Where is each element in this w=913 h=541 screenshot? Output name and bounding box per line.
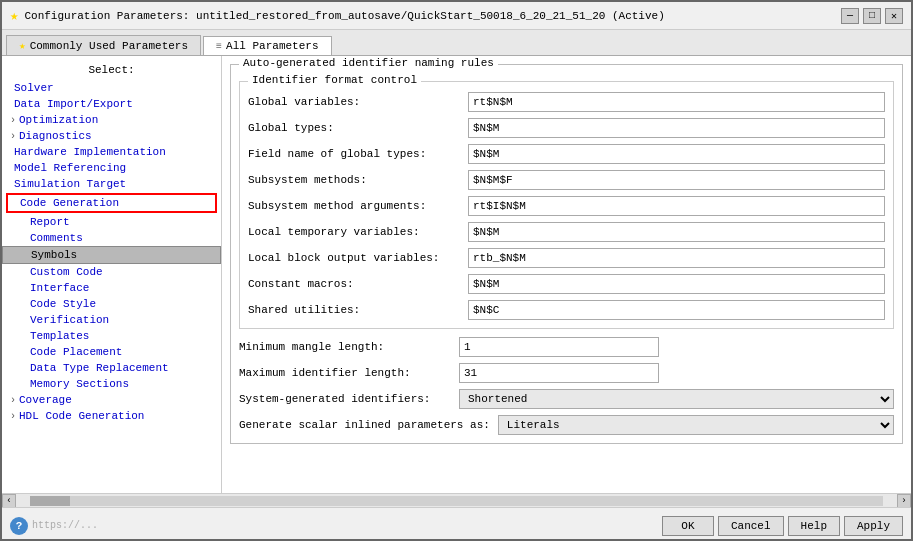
min-mangle-label: Minimum mangle length: [239, 341, 459, 353]
tab-all-parameters-label: All Parameters [226, 40, 318, 52]
subsystem-method-args-label: Subsystem method arguments: [248, 200, 468, 212]
sidebar-item-optimization[interactable]: › Optimization [2, 112, 221, 128]
max-id-len-input[interactable] [459, 363, 659, 383]
title-bar-left: ★ Configuration Parameters: untitled_res… [10, 7, 665, 24]
sidebar-item-code-gen[interactable]: Code Generation [6, 193, 217, 213]
sidebar-item-verification[interactable]: Verification [2, 312, 221, 328]
field-name-global-types-label: Field name of global types: [248, 148, 468, 160]
sidebar-item-templates-label: Templates [30, 330, 89, 342]
horizontal-scrollbar[interactable]: ‹ › [2, 493, 911, 507]
sidebar-item-data-type-replacement-label: Data Type Replacement [30, 362, 169, 374]
sidebar-item-diagnostics[interactable]: › Diagnostics [2, 128, 221, 144]
sidebar-item-verification-label: Verification [30, 314, 109, 326]
apply-button[interactable]: Apply [844, 516, 903, 536]
global-types-label: Global types: [248, 122, 468, 134]
sidebar-item-sim-target[interactable]: Simulation Target [2, 176, 221, 192]
min-mangle-input[interactable] [459, 337, 659, 357]
sidebar-item-data-type-replacement[interactable]: Data Type Replacement [2, 360, 221, 376]
sidebar-item-solver-label: Solver [14, 82, 54, 94]
scroll-left-button[interactable]: ‹ [2, 494, 16, 508]
field-row-subsystem-methods: Subsystem methods: [248, 170, 885, 190]
sidebar-item-comments-label: Comments [30, 232, 83, 244]
local-block-output-label: Local block output variables: [248, 252, 468, 264]
scroll-track [30, 496, 883, 506]
shared-utilities-input[interactable] [468, 300, 885, 320]
field-row-local-temp-vars: Local temporary variables: [248, 222, 885, 242]
sidebar-item-memory-sections[interactable]: Memory Sections [2, 376, 221, 392]
field-row-shared-utilities: Shared utilities: [248, 300, 885, 320]
sidebar-item-solver[interactable]: Solver [2, 80, 221, 96]
app-window: ★ Configuration Parameters: untitled_res… [2, 2, 911, 541]
sidebar-item-memory-sections-label: Memory Sections [30, 378, 129, 390]
sidebar-item-report[interactable]: Report [2, 214, 221, 230]
sidebar-item-data-import-label: Data Import/Export [14, 98, 133, 110]
local-temp-vars-input[interactable] [468, 222, 885, 242]
sidebar-item-optimization-label: Optimization [19, 114, 98, 126]
chevron-right-icon: › [10, 411, 16, 422]
max-id-len-label: Maximum identifier length: [239, 367, 459, 379]
sidebar-item-model-ref[interactable]: Model Referencing [2, 160, 221, 176]
sys-gen-id-select[interactable]: Shortened Unique [459, 389, 894, 409]
tab-commonly-used-label: Commonly Used Parameters [30, 40, 188, 52]
global-variables-label: Global variables: [248, 96, 468, 108]
maximize-button[interactable]: □ [863, 8, 881, 24]
sidebar-item-custom-code[interactable]: Custom Code [2, 264, 221, 280]
sidebar-item-model-ref-label: Model Referencing [14, 162, 126, 174]
bottom-bar: ? https://... OK Cancel Help Apply [2, 507, 911, 541]
sidebar: Select: Solver Data Import/Export › Opti… [2, 56, 222, 493]
tab-all-parameters[interactable]: ≡ All Parameters [203, 36, 331, 55]
sidebar-item-hardware-impl[interactable]: Hardware Implementation [2, 144, 221, 160]
close-button[interactable]: ✕ [885, 8, 903, 24]
main-section: Auto-generated identifier naming rules I… [230, 64, 903, 444]
help-icon[interactable]: ? [10, 517, 28, 535]
star-icon: ★ [19, 39, 26, 52]
ok-button[interactable]: OK [662, 516, 714, 536]
sidebar-item-report-label: Report [30, 216, 70, 228]
url-text: https://... [32, 520, 98, 531]
sidebar-item-interface[interactable]: Interface [2, 280, 221, 296]
scalar-inlined-select[interactable]: Literals Macros [498, 415, 894, 435]
main-section-title: Auto-generated identifier naming rules [239, 57, 498, 69]
global-variables-input[interactable] [468, 92, 885, 112]
scroll-thumb [30, 496, 70, 506]
subsystem-methods-input[interactable] [468, 170, 885, 190]
field-row-min-mangle: Minimum mangle length: [239, 337, 894, 357]
sidebar-item-symbols-label: Symbols [31, 249, 77, 261]
field-row-constant-macros: Constant macros: [248, 274, 885, 294]
sidebar-item-code-placement-label: Code Placement [30, 346, 122, 358]
sidebar-item-custom-code-label: Custom Code [30, 266, 103, 278]
sidebar-item-code-gen-label: Code Generation [20, 197, 119, 209]
middle-area: Select: Solver Data Import/Export › Opti… [2, 56, 911, 493]
bottom-left: ? https://... [10, 517, 98, 535]
window-icon: ★ [10, 7, 18, 24]
field-name-global-types-input[interactable] [468, 144, 885, 164]
sidebar-item-templates[interactable]: Templates [2, 328, 221, 344]
scroll-right-button[interactable]: › [897, 494, 911, 508]
window-title: Configuration Parameters: untitled_resto… [24, 10, 664, 22]
sidebar-item-data-import[interactable]: Data Import/Export [2, 96, 221, 112]
sidebar-item-diagnostics-label: Diagnostics [19, 130, 92, 142]
field-row-subsystem-method-args: Subsystem method arguments: [248, 196, 885, 216]
local-block-output-input[interactable] [468, 248, 885, 268]
sidebar-item-code-placement[interactable]: Code Placement [2, 344, 221, 360]
sidebar-item-symbols[interactable]: Symbols [2, 246, 221, 264]
chevron-right-icon: › [10, 131, 16, 142]
sidebar-item-hdl-code-gen[interactable]: › HDL Code Generation [2, 408, 221, 424]
subsystem-method-args-input[interactable] [468, 196, 885, 216]
minimize-button[interactable]: — [841, 8, 859, 24]
sidebar-item-hdl-code-gen-label: HDL Code Generation [19, 410, 144, 422]
sidebar-item-sim-target-label: Simulation Target [14, 178, 126, 190]
constant-macros-input[interactable] [468, 274, 885, 294]
global-types-input[interactable] [468, 118, 885, 138]
chevron-right-icon: › [10, 395, 16, 406]
sys-gen-id-label: System-generated identifiers: [239, 393, 459, 405]
constant-macros-label: Constant macros: [248, 278, 468, 290]
sub-section-title: Identifier format control [248, 74, 421, 86]
cancel-button[interactable]: Cancel [718, 516, 784, 536]
bottom-buttons: OK Cancel Help Apply [662, 516, 903, 536]
sidebar-item-comments[interactable]: Comments [2, 230, 221, 246]
sidebar-item-coverage[interactable]: › Coverage [2, 392, 221, 408]
help-button[interactable]: Help [788, 516, 840, 536]
tab-commonly-used[interactable]: ★ Commonly Used Parameters [6, 35, 201, 55]
sidebar-item-code-style[interactable]: Code Style [2, 296, 221, 312]
